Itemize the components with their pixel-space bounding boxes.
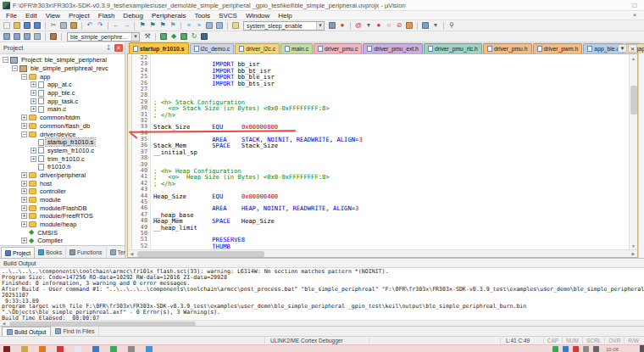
scrollbar-thumb[interactable] bbox=[630, 86, 637, 115]
tree-item-controller[interactable]: +controller bbox=[0, 187, 125, 196]
expand-icon[interactable]: + bbox=[21, 237, 27, 243]
menu-view[interactable]: View bbox=[42, 12, 64, 20]
config-wizard-icon[interactable] bbox=[230, 21, 241, 31]
prev-bookmark-icon[interactable]: ⚑ bbox=[147, 21, 158, 31]
tree-item-module-flashdb[interactable]: +module/FlashDB bbox=[0, 204, 125, 212]
collapse-icon[interactable]: − bbox=[12, 65, 18, 71]
tree-item-app[interactable]: −app bbox=[0, 72, 125, 81]
tree-item-driver-device[interactable]: −driver/device bbox=[0, 130, 125, 138]
search-icon[interactable]: ⚲ bbox=[447, 21, 457, 31]
editor-tab-driver-pmu-h[interactable]: driver_pmu.h bbox=[483, 43, 532, 53]
code-line[interactable]: 26 IMPORT bb_bts_isr bbox=[128, 81, 629, 87]
menu-file[interactable]: File bbox=[2, 12, 21, 20]
maximize-button[interactable]: □ bbox=[628, 1, 641, 10]
taskbar-icon[interactable] bbox=[146, 346, 153, 352]
tray-icon[interactable] bbox=[552, 346, 558, 352]
scroll-left-icon[interactable]: ◀ bbox=[128, 251, 136, 256]
code-line[interactable]: 33Stack_Size EQU 0x00000800 bbox=[128, 124, 629, 130]
batch-build-icon[interactable] bbox=[32, 32, 42, 42]
menu-svcs[interactable]: SVCS bbox=[214, 12, 242, 20]
code-line[interactable]: 36Stack_Mem SPACE Stack_Size bbox=[128, 142, 629, 148]
taskbar-icon[interactable] bbox=[39, 346, 46, 352]
tree-item-module[interactable]: +module bbox=[0, 196, 125, 204]
tray-icon[interactable] bbox=[583, 346, 589, 352]
tree-item-app-at-c[interactable]: +app_at.c bbox=[0, 81, 125, 89]
code-line[interactable]: 42; </h> bbox=[128, 181, 629, 187]
save-all-icon[interactable] bbox=[32, 21, 42, 31]
close-button[interactable]: × bbox=[628, 10, 641, 20]
books-icon[interactable] bbox=[179, 32, 189, 42]
expand-icon[interactable]: + bbox=[21, 221, 27, 227]
code-line[interactable]: 30; <o> Stack Size (in Bytes) <0x0-0xFFF… bbox=[128, 105, 629, 111]
editor-tab-driver-pmu-ext-h[interactable]: driver_pmu_ext.h bbox=[363, 43, 423, 53]
code-line[interactable]: 41; <o> Heap Size (in Bytes) <0x0-0xFFFF… bbox=[128, 174, 629, 180]
tree-item-ble-simple-periphreal-revc[interactable]: −ble_simple_periphreal_revc bbox=[0, 64, 125, 73]
tree-item-common-flash-db[interactable]: +common/flash_db bbox=[0, 122, 125, 131]
build-output-scrollbar[interactable]: ◀ bbox=[0, 320, 644, 326]
breakpoint-window-icon[interactable] bbox=[404, 21, 414, 31]
code-editor[interactable]: 2223 IMPORT bb_isr24 IMPORT bb_bt_isr25 … bbox=[128, 54, 629, 249]
close-document-icon[interactable]: ✕ bbox=[628, 44, 637, 53]
menu-edit[interactable]: Edit bbox=[21, 12, 42, 20]
tray-icon[interactable] bbox=[573, 346, 579, 352]
editor-tab-i2c-demo-c[interactable]: i2c_demo.c bbox=[190, 43, 235, 53]
code-line[interactable]: 38 bbox=[128, 155, 629, 161]
tab-list-dropdown-icon[interactable]: ▼ bbox=[618, 44, 627, 53]
update-packs-icon[interactable]: ↻ bbox=[189, 32, 199, 42]
paste-icon[interactable] bbox=[69, 21, 79, 31]
editor-vertical-scrollbar[interactable]: ▲ ▼ bbox=[629, 54, 637, 249]
code-line[interactable]: 31; </h> bbox=[128, 112, 629, 118]
code-line[interactable]: 52 THUMB bbox=[128, 243, 629, 249]
code-line[interactable]: 48Heap_Mem SPACE Heap_Size bbox=[128, 218, 629, 224]
taskbar-icon[interactable] bbox=[3, 346, 10, 352]
rebuild-all-icon[interactable] bbox=[22, 32, 32, 42]
bookmark-icon[interactable]: ⚑ bbox=[137, 21, 147, 31]
code-line[interactable]: 27 bbox=[128, 87, 629, 92]
expand-icon[interactable]: + bbox=[31, 81, 36, 87]
dropdown-caret-icon[interactable]: ▾ bbox=[364, 21, 374, 31]
copy-icon[interactable] bbox=[58, 21, 69, 31]
expand-icon[interactable]: + bbox=[31, 90, 36, 96]
editor-tab-startup-fr1010-s[interactable]: startup_fr1010.s bbox=[129, 42, 189, 53]
manage-rte-icon[interactable]: ◆ bbox=[169, 32, 179, 42]
expand-icon[interactable]: + bbox=[31, 106, 36, 112]
code-line[interactable]: 44Heap_Size EQU 0x00000400 bbox=[128, 193, 629, 199]
indent-icon[interactable]: » bbox=[194, 21, 204, 31]
uncomment-icon[interactable] bbox=[214, 21, 225, 31]
collapse-icon[interactable]: − bbox=[21, 74, 27, 80]
collapse-icon[interactable]: − bbox=[3, 57, 8, 63]
menu-window[interactable]: Window bbox=[242, 12, 274, 20]
output-tab-build-output[interactable]: Build Output bbox=[2, 327, 51, 336]
scroll-down-icon[interactable]: ▼ bbox=[630, 242, 637, 249]
taskbar-icon[interactable] bbox=[21, 346, 28, 352]
scrollbar-thumb[interactable] bbox=[9, 321, 196, 326]
menu-peripherals[interactable]: Peripherals bbox=[147, 12, 190, 20]
outdent-icon[interactable]: « bbox=[184, 21, 194, 31]
insert-breakpoint-icon[interactable]: ● bbox=[374, 21, 384, 31]
tree-item-common-btdm[interactable]: +common/btdm bbox=[0, 114, 125, 122]
tree-item-project-ble-simple-peripheral[interactable]: −Project: ble_simple_peripheral bbox=[0, 56, 125, 64]
collapse-icon[interactable]: − bbox=[21, 131, 27, 137]
menu-tools[interactable]: Tools bbox=[190, 12, 214, 20]
build-output-log[interactable]: ..\..\..\..\components\toolchain\armcc\f… bbox=[0, 268, 644, 320]
expand-icon[interactable]: + bbox=[31, 156, 36, 162]
tree-item-host[interactable]: +host bbox=[0, 179, 125, 187]
scroll-right-icon[interactable]: ▶ bbox=[630, 251, 637, 256]
undo-icon[interactable]: ↶ bbox=[85, 21, 95, 31]
taskbar-icon[interactable] bbox=[75, 346, 81, 352]
editor-horizontal-scrollbar[interactable]: ◀ ▶ bbox=[127, 249, 638, 258]
expand-icon[interactable]: + bbox=[21, 115, 27, 120]
new-file-icon[interactable] bbox=[2, 21, 12, 31]
tree-item-system-fr1010-c[interactable]: +system_fr1010.c bbox=[0, 147, 125, 155]
expand-icon[interactable]: + bbox=[21, 172, 27, 178]
panel-tab-functions[interactable]: Functions bbox=[66, 247, 106, 258]
editor-tab-main-c[interactable]: main.c bbox=[280, 43, 313, 53]
build-icon[interactable] bbox=[12, 32, 22, 42]
tree-item-app-task-c[interactable]: +app_task.c bbox=[0, 97, 125, 105]
tree-item-driver-peripheral[interactable]: +driver/peripheral bbox=[0, 171, 125, 180]
tray-icon[interactable] bbox=[593, 346, 599, 352]
tree-item-cmsis[interactable]: ◆CMSIS bbox=[0, 228, 125, 237]
tree-item-module-freertos[interactable]: +module/FreeRTOS bbox=[0, 212, 125, 221]
taskbar-icon[interactable] bbox=[57, 346, 64, 352]
editor-tab-driver-pmu-rtc-h[interactable]: driver_pmu_rtc.h bbox=[424, 43, 482, 53]
